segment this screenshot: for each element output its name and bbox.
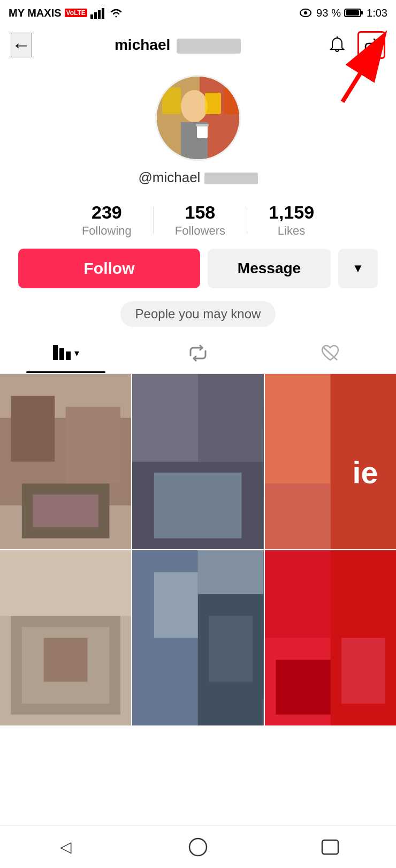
username-text: michael	[115, 36, 170, 53]
tab-liked[interactable]	[264, 338, 396, 369]
video-thumbnail-3: ie	[265, 374, 396, 549]
video-thumbnail-6	[265, 550, 396, 725]
video-thumbnail-2	[132, 374, 263, 549]
avatar	[155, 75, 241, 161]
stat-likes[interactable]: 1,159 Likes	[247, 202, 336, 238]
bottom-nav: ◁	[0, 825, 396, 868]
username-blur	[177, 39, 241, 54]
tab-reposts[interactable]	[132, 338, 264, 368]
svg-rect-0	[90, 14, 93, 19]
status-right: 93 % 1:03	[298, 7, 387, 19]
svg-rect-1	[94, 12, 97, 19]
profile-section: @michael 239 Following 158 Followers 1,1…	[0, 64, 396, 338]
svg-rect-27	[11, 396, 55, 462]
video-cell-4[interactable]	[0, 550, 131, 725]
stat-followers[interactable]: 158 Followers	[154, 202, 247, 238]
people-suggestion[interactable]: People you may know	[120, 301, 276, 327]
repost-icon	[187, 345, 209, 362]
svg-rect-56	[322, 840, 338, 854]
video-cell-5[interactable]	[132, 550, 263, 725]
wifi-icon	[109, 7, 124, 19]
top-nav: ← michael	[0, 26, 396, 64]
svg-line-24	[323, 347, 337, 360]
stat-following[interactable]: 239 Following	[60, 202, 153, 238]
followers-label: Followers	[175, 224, 225, 238]
volte-badge: VoLTE	[65, 9, 87, 17]
svg-rect-53	[276, 660, 330, 715]
status-left: MY MAXIS VoLTE	[9, 7, 124, 19]
video-cell-2[interactable]	[132, 374, 263, 549]
eye-icon	[298, 7, 313, 19]
avatar-image	[157, 77, 239, 159]
handle-blur	[204, 173, 258, 184]
nav-home-button[interactable]	[182, 831, 214, 863]
more-options-button[interactable]: ▼	[338, 249, 378, 288]
nav-back-button[interactable]: ◁	[50, 831, 82, 863]
svg-rect-49	[209, 616, 253, 682]
heart-icon	[320, 344, 340, 362]
message-button[interactable]: Message	[208, 249, 331, 288]
video-cell-1[interactable]	[0, 374, 131, 549]
svg-rect-16	[197, 125, 208, 138]
video-grid: ie	[0, 374, 396, 725]
bell-button[interactable]	[323, 31, 351, 59]
svg-rect-32	[132, 374, 198, 462]
svg-rect-21	[53, 345, 58, 360]
tabs-row: ▾	[0, 338, 396, 374]
stats-row: 239 Following 158 Followers 1,159 Likes	[0, 197, 396, 249]
action-buttons: Follow Message ▼	[0, 249, 396, 297]
svg-rect-17	[196, 124, 209, 126]
svg-rect-30	[33, 495, 98, 527]
svg-rect-18	[205, 93, 221, 114]
back-button[interactable]: ←	[11, 33, 32, 57]
nav-title: michael	[32, 36, 323, 54]
svg-rect-28	[66, 407, 120, 483]
following-count: 239	[92, 202, 122, 223]
video-cell-6[interactable]	[265, 550, 396, 725]
svg-point-14	[181, 90, 208, 122]
battery-percent: 93	[316, 7, 328, 19]
svg-rect-35	[154, 473, 242, 538]
svg-rect-33	[198, 374, 264, 462]
avatar-svg	[157, 77, 241, 161]
svg-rect-20	[162, 87, 181, 114]
video-cell-3[interactable]: ie	[265, 374, 396, 549]
svg-rect-41	[0, 550, 131, 616]
tab-dropdown-icon: ▾	[74, 347, 79, 359]
svg-rect-3	[102, 8, 104, 19]
svg-rect-22	[59, 348, 64, 360]
svg-rect-23	[66, 351, 71, 360]
nav-recents-button[interactable]	[314, 831, 346, 863]
signal-icon	[90, 7, 105, 19]
follow-button[interactable]: Follow	[18, 249, 200, 288]
nav-back-icon: ◁	[60, 838, 72, 856]
video-thumbnail-1	[0, 374, 131, 549]
dropdown-arrow-icon: ▼	[352, 261, 364, 275]
video-thumbnail-4	[0, 550, 131, 725]
svg-rect-48	[154, 572, 198, 638]
svg-rect-44	[44, 638, 88, 682]
grid-icon	[53, 345, 72, 361]
share-button[interactable]	[357, 31, 385, 59]
battery-icon	[344, 7, 363, 19]
likes-label: Likes	[278, 224, 305, 238]
status-time: 1:03	[367, 7, 387, 19]
tab-videos[interactable]: ▾	[0, 339, 132, 368]
handle-at: @michael	[138, 169, 200, 185]
svg-text:ie: ie	[352, 455, 378, 490]
svg-rect-8	[346, 10, 359, 16]
carrier-text: MY MAXIS	[9, 7, 62, 19]
svg-rect-52	[265, 550, 331, 638]
svg-rect-7	[361, 11, 363, 14]
svg-point-5	[304, 11, 307, 14]
likes-count: 1,159	[269, 202, 314, 223]
svg-rect-19	[224, 87, 240, 114]
nav-icons	[323, 31, 385, 59]
share-icon	[362, 36, 380, 54]
svg-rect-2	[98, 10, 101, 19]
bell-icon	[328, 36, 346, 54]
status-bar: MY MAXIS VoLTE 93 % 1:03	[0, 0, 396, 26]
following-label: Following	[82, 224, 132, 238]
nav-square-icon	[320, 838, 340, 856]
svg-rect-39	[265, 483, 331, 549]
